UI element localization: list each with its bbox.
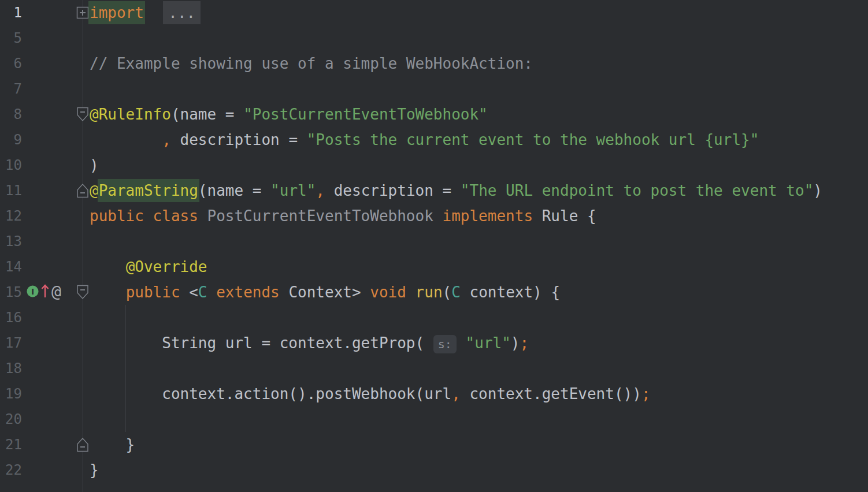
code-line[interactable]: 20 [0,407,868,432]
plain-token [90,284,126,301]
fold-expand-icon[interactable] [76,6,89,19]
plain-token: description = [171,131,307,148]
code-text: import ... [90,0,201,25]
fold-collapse-start-icon[interactable] [76,285,89,300]
plain-token: ) [813,182,822,199]
code-text: @Override [90,254,207,279]
plain-token [90,131,162,148]
line-number[interactable]: 22 [0,457,22,483]
plain-token: description = [325,182,461,199]
line-number[interactable]: 15 [0,279,22,305]
plain-token: < [180,284,198,301]
code-line[interactable]: 16 [0,305,868,330]
string-token: "url" [270,182,316,199]
svg-text:I: I [31,286,34,296]
line-number[interactable]: 5 [0,25,22,51]
keyword-token: implements [443,207,533,225]
line-number[interactable]: 21 [0,432,22,457]
plain-token [406,284,416,301]
plain-token: context) { [461,284,560,301]
code-text: public <C extends Context> void run(C co… [90,279,560,305]
plain-token: context.action().postWebhook(url [90,385,451,402]
code-line[interactable]: 10) [0,152,868,178]
implements-method-icon[interactable]: I [27,285,39,300]
line-number[interactable]: 14 [0,254,22,279]
punctuation-token: , [162,131,171,148]
code-line[interactable]: 14 @Override [0,254,868,279]
line-number[interactable]: 13 [0,229,22,254]
annotation-token: @Override [126,258,207,275]
code-line[interactable]: 21 } [0,432,868,457]
code-line[interactable]: 19 context.action().postWebhook(url, con… [0,381,868,407]
parameter-hint-inlay: s: [433,335,457,353]
code-line[interactable]: 9 , description = "Posts the current eve… [0,127,868,152]
plain-token: String url = context.getProp( [90,334,433,352]
code-line[interactable]: 12public class PostCurrentEventToWebhook… [0,203,868,229]
string-token: "url" [466,334,511,352]
line-number[interactable]: 20 [0,407,22,432]
punctuation-token: , [451,385,461,402]
code-text: ) [90,152,99,178]
string-token: "PostCurrentEventToWebhook" [243,106,488,123]
code-line[interactable]: 17 String url = context.getProp( s: "url… [0,330,868,356]
overrides-up-arrow-icon[interactable] [40,283,50,301]
code-line[interactable]: 8@RuleInfo(name = "PostCurrentEventToWeb… [0,102,868,127]
type-parameter-token: C [198,284,207,301]
code-line[interactable]: 13 [0,229,868,254]
line-number[interactable]: 11 [0,178,22,203]
keyword-token: void [370,284,406,301]
line-number[interactable]: 18 [0,356,22,381]
highlighted-annotation-token: ParamString [98,179,199,202]
code-line[interactable]: 5 [0,25,868,51]
code-editor[interactable]: 1import ...56// Example showing use of a… [0,0,868,492]
code-text: @ParamString(name = "url", description =… [90,178,822,203]
code-text: } [90,432,135,457]
string-token: "Posts the current event to the webhook … [307,131,759,148]
comment-token: // Example showing use of a simple WebHo… [90,55,533,72]
line-number[interactable]: 10 [0,152,22,178]
punctuation-token: ; [520,334,529,352]
string-token: "The URL endpoint to post the event to" [461,182,813,199]
plain-token: ( [443,284,452,301]
line-number[interactable]: 9 [0,127,22,152]
plain-token: Rule { [533,207,596,225]
code-line[interactable]: 15I@ public <C extends Context> void run… [0,279,868,305]
fold-collapse-end-icon[interactable] [76,183,89,198]
folded-imports-chip[interactable]: ... [163,1,201,24]
plain-token [457,334,466,352]
line-number[interactable]: 12 [0,203,22,229]
code-text: context.action().postWebhook(url, contex… [90,381,651,407]
line-number[interactable]: 6 [0,51,22,76]
plain-token: ) [511,334,520,352]
line-number[interactable]: 7 [0,76,22,102]
code-line[interactable]: 18 [0,356,868,381]
fold-collapse-end-icon[interactable] [76,437,89,452]
line-number[interactable]: 1 [0,0,22,25]
plain-token: } [90,436,135,453]
plain-token: (name = [171,106,243,123]
highlighted-keyword-token: import [88,1,145,24]
line-number[interactable]: 19 [0,381,22,407]
annotation-at-icon[interactable]: @ [51,279,61,305]
code-text: public class PostCurrentEventToWebhook i… [90,203,596,229]
line-number[interactable]: 16 [0,305,22,330]
line-number[interactable]: 8 [0,102,22,127]
code-text: // Example showing use of a simple WebHo… [90,51,533,76]
code-text: } [90,457,99,483]
line-number[interactable]: 17 [0,330,22,356]
code-line[interactable]: 11@ParamString(name = "url", description… [0,178,868,203]
plain-token [207,284,217,301]
code-line[interactable]: 1import ... [0,0,868,25]
code-line[interactable]: 22} [0,457,868,483]
code-line[interactable]: 7 [0,76,868,102]
code-line[interactable]: 6// Example showing use of a simple WebH… [0,51,868,76]
class-name-token: PostCurrentEventToWebhook [207,207,433,225]
plain-token [90,258,126,275]
plain-token [144,4,162,21]
type-parameter-token: C [451,284,461,301]
plain-token: context.getEvent()) [461,385,641,402]
plain-token: ) [90,156,99,174]
method-name-token: run [416,284,443,301]
punctuation-token: , [316,182,325,199]
fold-collapse-start-icon[interactable] [76,107,89,122]
